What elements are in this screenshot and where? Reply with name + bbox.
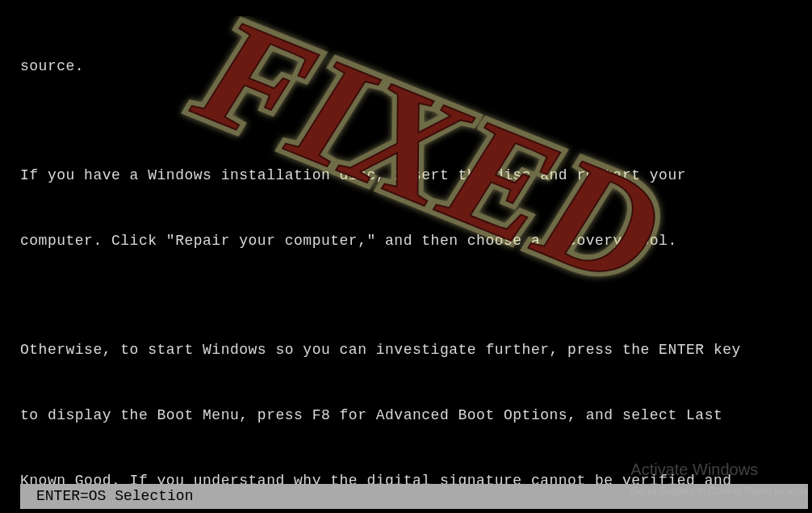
paragraph-1-line-1: If you have a Windows installation disc,… [20, 165, 792, 187]
boot-error-screen: source. If you have a Windows installati… [0, 0, 812, 513]
paragraph-2-line-2: to display the Boot Menu, press F8 for A… [20, 405, 792, 427]
paragraph-1-line-2: computer. Click "Repair your computer," … [20, 230, 792, 252]
footer-hint-text: ENTER=OS Selection [36, 488, 193, 504]
paragraph-2-line-1: Otherwise, to start Windows so you can i… [20, 339, 792, 361]
footer-hint-bar[interactable]: ENTER=OS Selection [20, 484, 808, 509]
source-line: source. [20, 56, 792, 78]
